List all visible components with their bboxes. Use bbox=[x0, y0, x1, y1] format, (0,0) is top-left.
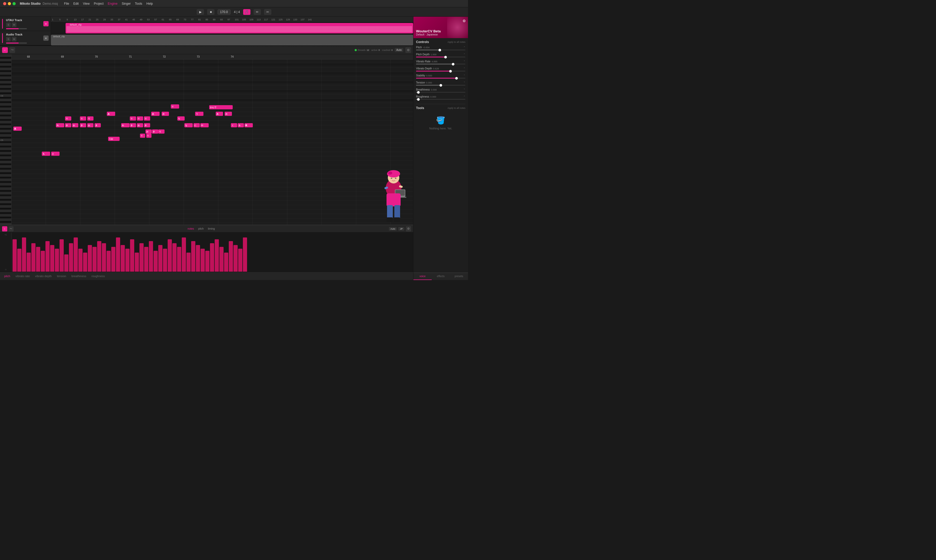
btab-vibrato-depth[interactable]: vibrato depth bbox=[35, 274, 52, 278]
audio-clip[interactable]: default_clip bbox=[51, 35, 413, 45]
utau-solo[interactable]: S bbox=[6, 22, 11, 27]
vel-bar-3[interactable] bbox=[27, 252, 31, 272]
vel-bar-5[interactable] bbox=[36, 247, 40, 272]
note-あ3[interactable]: あ bbox=[216, 112, 223, 116]
menu-tools[interactable]: Tools bbox=[135, 2, 142, 6]
vel-tool1[interactable]: ↕ bbox=[2, 226, 7, 231]
vel-bar-24[interactable] bbox=[125, 249, 130, 272]
vibrato-rate-expand[interactable]: ⌃ bbox=[463, 60, 466, 63]
note-small1[interactable]: り bbox=[140, 134, 145, 138]
tab-pitch[interactable]: pitch bbox=[198, 227, 204, 230]
breathiness-expand[interactable]: ⌃ bbox=[463, 88, 466, 91]
vel-bar-30[interactable] bbox=[154, 251, 158, 272]
note-り1[interactable]: り bbox=[65, 116, 71, 120]
vel-bar-19[interactable] bbox=[102, 243, 106, 272]
piano-roll-settings[interactable]: ⚙ bbox=[405, 47, 411, 53]
tension-thumb[interactable] bbox=[439, 84, 442, 87]
menu-singer[interactable]: Singer bbox=[122, 2, 131, 6]
vel-bar-33[interactable] bbox=[168, 239, 172, 272]
vel-bar-1[interactable] bbox=[17, 249, 22, 272]
vel-bar-21[interactable] bbox=[111, 247, 116, 272]
vel-bar-31[interactable] bbox=[158, 245, 162, 272]
vel-bar-38[interactable] bbox=[191, 241, 195, 272]
pitch-expand[interactable]: ⌃ bbox=[463, 46, 466, 49]
vel-bar-49[interactable] bbox=[243, 237, 247, 272]
note-り6[interactable]: り bbox=[144, 116, 150, 120]
vel-bar-32[interactable] bbox=[163, 249, 167, 272]
note-な[interactable]: な bbox=[184, 123, 193, 127]
btab-vibrato-rate[interactable]: vibrato rate bbox=[15, 274, 30, 278]
note-に[interactable]: に bbox=[194, 123, 200, 127]
vel-bar-7[interactable] bbox=[45, 241, 49, 272]
tab-presets[interactable]: presets bbox=[450, 273, 468, 280]
note-き5[interactable]: き bbox=[144, 123, 150, 127]
note-き4[interactable]: き bbox=[130, 123, 136, 127]
menu-project[interactable]: Project bbox=[94, 2, 103, 6]
tools-apply-all[interactable]: Apply to all notes bbox=[447, 107, 466, 109]
vel-bar-40[interactable] bbox=[200, 249, 205, 272]
vel-bar-26[interactable] bbox=[135, 252, 139, 272]
tab-effects[interactable]: effects bbox=[432, 273, 450, 280]
vel-bar-16[interactable] bbox=[88, 245, 92, 272]
note-お6[interactable]: お bbox=[225, 112, 232, 116]
vel-bar-23[interactable] bbox=[121, 245, 125, 272]
note-お5[interactable]: お bbox=[162, 112, 169, 116]
lang-btn[interactable]: JP bbox=[398, 227, 404, 231]
breathiness-thumb[interactable] bbox=[417, 91, 420, 94]
utau-fader[interactable] bbox=[6, 28, 27, 29]
vel-bar-4[interactable] bbox=[31, 243, 35, 272]
cursor-tool[interactable]: ✂ bbox=[264, 9, 271, 15]
vel-bar-45[interactable] bbox=[224, 252, 228, 272]
vel-bar-22[interactable] bbox=[116, 237, 120, 272]
pitch-depth-slider[interactable] bbox=[416, 57, 466, 57]
vel-bar-44[interactable] bbox=[219, 247, 224, 272]
menu-edit[interactable]: Edit bbox=[73, 2, 79, 6]
vel-bar-11[interactable] bbox=[64, 254, 68, 272]
note-り8[interactable]: り bbox=[171, 105, 179, 109]
vibrato-depth-slider[interactable] bbox=[416, 71, 466, 71]
settings-btn2[interactable]: ⚙ bbox=[406, 226, 411, 231]
vel-bar-28[interactable] bbox=[144, 247, 148, 272]
vel-bar-27[interactable] bbox=[139, 243, 143, 272]
note-き2[interactable]: き bbox=[80, 123, 86, 127]
vel-bar-0[interactable] bbox=[12, 239, 17, 272]
note-る[interactable]: る bbox=[237, 123, 244, 127]
vel-bar-17[interactable] bbox=[93, 247, 97, 272]
roughness-thumb[interactable] bbox=[417, 98, 420, 101]
vel-bar-41[interactable] bbox=[205, 251, 210, 272]
pitch-thumb[interactable] bbox=[438, 49, 441, 51]
vel-bar-35[interactable] bbox=[177, 247, 181, 272]
pitch-depth-thumb[interactable] bbox=[444, 56, 447, 58]
vel-bar-14[interactable] bbox=[79, 249, 83, 272]
stability-thumb[interactable] bbox=[455, 77, 458, 80]
vibrato-depth-thumb[interactable] bbox=[449, 70, 452, 72]
notes-layer[interactable]: 息 も と れ き お り き お き り bbox=[11, 60, 413, 225]
pitch-slider[interactable] bbox=[416, 49, 466, 50]
note-吸[interactable]: 吸 bbox=[244, 123, 253, 127]
note-お1[interactable]: お bbox=[72, 123, 79, 127]
vel-bar-47[interactable] bbox=[233, 245, 237, 272]
vel-bar-6[interactable] bbox=[41, 251, 45, 272]
auto-button[interactable]: Auto bbox=[395, 48, 403, 52]
note-り2[interactable]: り bbox=[80, 116, 86, 120]
tab-voice[interactable]: voice bbox=[413, 273, 432, 280]
piano-roll-back[interactable]: ← bbox=[2, 47, 8, 53]
audio-solo[interactable]: S bbox=[6, 37, 11, 42]
note-あ2[interactable]: あ bbox=[151, 112, 160, 116]
vel-bar-37[interactable] bbox=[187, 252, 191, 272]
note-き1[interactable]: き bbox=[65, 123, 71, 127]
menu-help[interactable]: Help bbox=[146, 2, 153, 6]
tension-expand[interactable]: ⌃ bbox=[463, 81, 466, 84]
vibrato-depth-expand[interactable]: ⌃ bbox=[463, 67, 466, 70]
vel-tool2[interactable]: 〜 bbox=[8, 226, 14, 231]
vel-bar-9[interactable] bbox=[55, 249, 59, 272]
singer-settings-icon[interactable]: ⚙ bbox=[463, 19, 466, 23]
note-り4[interactable]: り bbox=[130, 116, 136, 120]
tab-timing[interactable]: timing bbox=[208, 227, 215, 230]
menu-engine[interactable]: Engine bbox=[108, 2, 117, 6]
note-small2[interactable]: り bbox=[146, 134, 151, 138]
tension-slider[interactable] bbox=[416, 85, 466, 86]
note-れ[interactable]: れ bbox=[56, 123, 64, 127]
minimize-button[interactable] bbox=[8, 2, 11, 5]
piano-roll-tool[interactable]: 〜 bbox=[9, 47, 15, 53]
